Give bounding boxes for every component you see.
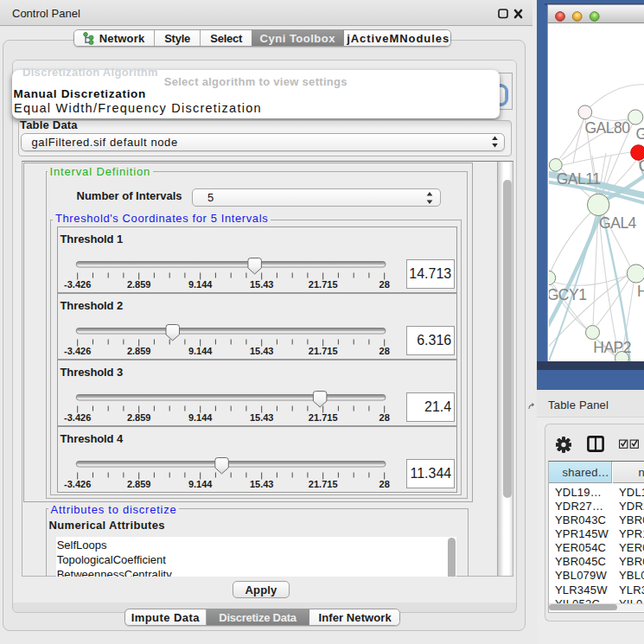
svg-text:-3.426: -3.426 [64, 279, 91, 290]
svg-text:GAL11: GAL11 [557, 170, 601, 188]
svg-text:15.43: 15.43 [250, 478, 274, 488]
svg-text:-3.426: -3.426 [64, 478, 91, 488]
svg-text:H: H [637, 282, 644, 299]
svg-text:C: C [639, 157, 644, 175]
svg-text:9.144: 9.144 [188, 411, 213, 422]
svg-text:28: 28 [379, 345, 390, 355]
svg-text:-3.426: -3.426 [64, 345, 91, 355]
svg-text:9.144: 9.144 [188, 345, 213, 355]
svg-text:28: 28 [379, 411, 390, 422]
svg-text:21.715: 21.715 [309, 279, 338, 290]
svg-text:21.715: 21.715 [309, 478, 338, 488]
svg-text:15.43: 15.43 [250, 411, 274, 422]
svg-text:2.859: 2.859 [127, 345, 151, 355]
svg-text:21.715: 21.715 [309, 411, 338, 422]
svg-text:21.715: 21.715 [309, 345, 338, 355]
svg-text:9.144: 9.144 [188, 279, 213, 290]
svg-text:GCY1: GCY1 [549, 285, 586, 303]
svg-text:9.144: 9.144 [188, 478, 213, 488]
svg-text:2.859: 2.859 [127, 411, 151, 422]
svg-text:28: 28 [379, 478, 390, 488]
svg-text:GAL4: GAL4 [599, 214, 637, 231]
svg-text:GA: GA [636, 124, 644, 142]
svg-text:15.43: 15.43 [250, 345, 274, 355]
svg-text:GAL80: GAL80 [585, 118, 631, 136]
svg-text:15.43: 15.43 [250, 279, 274, 290]
svg-text:2.859: 2.859 [127, 478, 151, 488]
svg-text:-3.426: -3.426 [64, 411, 91, 422]
svg-text:2.859: 2.859 [127, 279, 151, 290]
svg-text:28: 28 [379, 279, 390, 290]
svg-text:HAP2: HAP2 [594, 338, 632, 355]
